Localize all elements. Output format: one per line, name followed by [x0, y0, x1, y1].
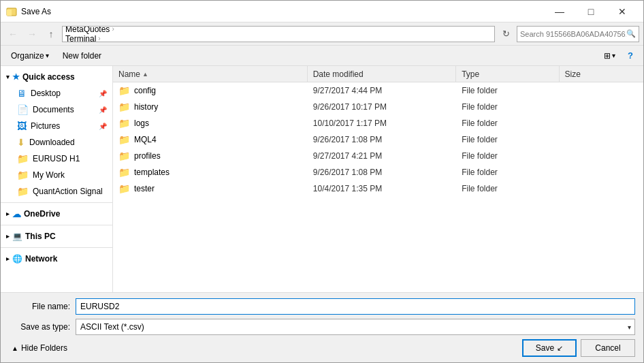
file-list-header: Name ▲ Date modified Type Size	[113, 66, 643, 82]
sidebar-item-label: EURUSD H1	[33, 154, 80, 163]
onedrive-label: OneDrive	[24, 209, 60, 219]
refresh-button[interactable]: ↻	[498, 26, 514, 42]
table-row[interactable]: 📁 MQL4 9/26/2017 1:08 PM File folder	[113, 131, 643, 148]
address-bar[interactable]: Roaming › MetaQuotes › Terminal › 915566…	[62, 26, 495, 42]
file-date-cell: 9/26/2017 10:17 PM	[308, 99, 456, 114]
help-button[interactable]: ?	[623, 48, 638, 63]
toggle-folders-button[interactable]: ▲ Hide Folders	[9, 343, 70, 353]
chevron-down-icon: ▾	[6, 74, 10, 80]
new-folder-button[interactable]: New folder	[58, 48, 106, 63]
file-size-cell	[559, 131, 643, 147]
save-as-dialog: Save As — □ ✕ ← → ↑ Roaming › MetaQuotes…	[0, 0, 644, 363]
file-name-row: File name:	[9, 298, 635, 315]
file-type-cell: File folder	[456, 115, 559, 131]
sidebar-item-downloaded[interactable]: ⬇ Downloaded	[1, 134, 112, 151]
nav-toolbar: ← → ↑ Roaming › MetaQuotes › Terminal › …	[1, 22, 643, 46]
table-row[interactable]: 📁 tester 10/4/2017 1:35 PM File folder	[113, 180, 643, 197]
cancel-button[interactable]: Cancel	[581, 339, 635, 357]
sidebar-header-network[interactable]: ▸ 🌐 Network	[1, 251, 112, 267]
save-button[interactable]: Save ↙	[522, 339, 577, 357]
sidebar-item-documents[interactable]: 📄 Documents 📌	[1, 101, 112, 118]
file-list: 📁 config 9/27/2017 4:44 PM File folder 📁…	[113, 82, 643, 292]
svg-rect-1	[7, 10, 12, 16]
file-type-cell: File folder	[456, 131, 559, 147]
chevron-down-icon: ▲	[12, 345, 18, 352]
file-size-cell	[559, 180, 643, 196]
file-date-cell: 9/26/2017 1:08 PM	[308, 131, 456, 147]
sidebar-item-eurusd-h1[interactable]: 📁 EURUSD H1	[1, 151, 112, 167]
view-button[interactable]: ⊞ ▾	[600, 48, 619, 63]
sidebar-item-label: QuantAction Signal	[33, 187, 103, 196]
pin-icon: 📌	[99, 90, 107, 97]
form-actions: ▲ Hide Folders Save ↙ Cancel	[9, 339, 635, 357]
folder-icon: 📁	[17, 153, 29, 164]
folder-icon: 📁	[118, 151, 130, 161]
sidebar-section-quick-access: ▾ ★ Quick access 🖥 Desktop 📌 📄 Documents…	[1, 69, 112, 200]
sidebar-divider-2	[1, 225, 112, 225]
window-controls: — □ ✕	[544, 1, 638, 22]
organize-button[interactable]: Organize ▾	[6, 48, 54, 63]
sidebar-item-label: Documents	[33, 105, 74, 114]
onedrive-icon: ☁	[12, 209, 21, 219]
table-row[interactable]: 📁 templates 9/26/2017 1:08 PM File folde…	[113, 164, 643, 180]
desktop-icon: 🖥	[17, 88, 27, 99]
file-name-cell: 📁 config	[113, 82, 308, 98]
this-pc-icon: 💻	[12, 232, 22, 241]
table-row[interactable]: 📁 config 9/27/2017 4:44 PM File folder	[113, 82, 643, 99]
up-button[interactable]: ↑	[43, 26, 59, 42]
minimize-button[interactable]: —	[544, 1, 575, 22]
search-box[interactable]: 🔍	[517, 26, 639, 42]
file-name-input[interactable]	[76, 298, 635, 315]
folder-icon: 📁	[118, 118, 130, 129]
sidebar-item-quantaction[interactable]: 📁 QuantAction Signal	[1, 183, 112, 200]
search-icon: 🔍	[626, 29, 636, 38]
main-area: ▾ ★ Quick access 🖥 Desktop 📌 📄 Documents…	[1, 66, 643, 292]
forward-button[interactable]: →	[24, 26, 40, 42]
sidebar-section-network: ▸ 🌐 Network	[1, 251, 112, 267]
sidebar-section-this-pc: ▸ 💻 This PC	[1, 228, 112, 244]
save-as-type-select[interactable]: ASCII Text (*.csv)CSV (Comma delimited) …	[76, 319, 635, 335]
sidebar-header-onedrive[interactable]: ▸ ☁ OneDrive	[1, 206, 112, 222]
file-size-cell	[559, 148, 643, 163]
col-header-type[interactable]: Type	[456, 66, 559, 82]
file-date-cell: 9/27/2017 4:44 PM	[308, 82, 456, 98]
quick-access-star-icon: ★	[12, 72, 20, 82]
file-name-label: File name:	[9, 302, 70, 311]
table-row[interactable]: 📁 logs 10/10/2017 1:17 PM File folder	[113, 115, 643, 131]
file-type-cell: File folder	[456, 99, 559, 114]
back-button[interactable]: ←	[5, 26, 21, 42]
sidebar-item-my-work[interactable]: 📁 My Work	[1, 167, 112, 183]
sidebar-item-label: Pictures	[31, 121, 60, 131]
crumb-terminal: Terminal ›	[65, 34, 221, 42]
file-pane: Name ▲ Date modified Type Size 📁 config	[113, 66, 643, 292]
sort-arrow-icon: ▲	[142, 71, 148, 78]
cursor-indicator: ↙	[557, 344, 563, 353]
crumb-metaquotes: MetaQuotes ›	[65, 26, 221, 34]
organize-chevron-icon: ▾	[46, 52, 49, 59]
file-size-cell	[559, 115, 643, 131]
table-row[interactable]: 📁 history 9/26/2017 10:17 PM File folder	[113, 99, 643, 115]
dialog-icon	[6, 6, 17, 17]
file-date-cell: 10/10/2017 1:17 PM	[308, 115, 456, 131]
file-name-cell: 📁 profiles	[113, 148, 308, 163]
sidebar-item-label: Desktop	[31, 89, 61, 98]
col-header-date[interactable]: Date modified	[308, 66, 457, 82]
bottom-area: File name: Save as type: ASCII Text (*.c…	[1, 292, 643, 362]
chevron-right-icon: ▸	[6, 233, 10, 240]
search-input[interactable]	[520, 30, 626, 38]
col-header-size[interactable]: Size	[560, 66, 643, 82]
dialog-title: Save As	[21, 7, 544, 16]
sidebar-item-desktop[interactable]: 🖥 Desktop 📌	[1, 85, 112, 101]
action-bar: Organize ▾ New folder ⊞ ▾ ?	[1, 46, 643, 66]
maximize-button[interactable]: □	[575, 1, 607, 22]
col-header-name[interactable]: Name ▲	[113, 66, 308, 82]
sidebar-item-pictures[interactable]: 🖼 Pictures 📌	[1, 118, 112, 134]
file-date-cell: 10/4/2017 1:35 PM	[308, 180, 456, 196]
folder-icon: 📁	[118, 167, 130, 178]
file-type-cell: File folder	[456, 164, 559, 180]
sidebar-header-this-pc[interactable]: ▸ 💻 This PC	[1, 228, 112, 244]
sidebar-header-quick-access[interactable]: ▾ ★ Quick access	[1, 69, 112, 85]
folder-icon: 📁	[118, 101, 130, 112]
close-button[interactable]: ✕	[607, 1, 638, 22]
table-row[interactable]: 📁 profiles 9/27/2017 4:21 PM File folder	[113, 148, 643, 164]
